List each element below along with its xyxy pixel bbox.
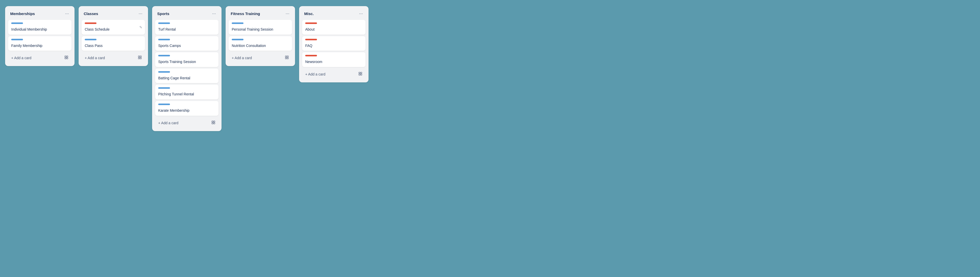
svg-rect-8 [212, 121, 213, 122]
svg-rect-14 [285, 58, 286, 59]
card-title-class-pass: Class Pass [85, 43, 142, 49]
card-title-newsroom: Newsroom [305, 59, 363, 65]
card-title-turf-rental: Turf Rental [158, 27, 215, 32]
column-misc: Misc.···AboutFAQNewsroom+ Add a card [299, 6, 369, 82]
cards-list-fitness-training: Personal Training SessionNutrition Consu… [229, 20, 292, 51]
svg-rect-17 [361, 72, 362, 73]
svg-rect-19 [361, 74, 362, 75]
card-title-batting-cage-rental: Batting Cage Rental [158, 76, 215, 81]
card-label-sports-training-session [158, 55, 170, 56]
svg-rect-11 [213, 123, 215, 124]
card-title-family-membership: Family Membership [11, 43, 68, 49]
card-label-karate-membership [158, 104, 170, 105]
add-card-button-misc[interactable]: + Add a card [303, 71, 328, 78]
card-about[interactable]: About [302, 20, 366, 35]
column-sports: Sports···Turf RentalSports CampsSports T… [152, 6, 221, 131]
add-card-button-classes[interactable]: + Add a card [83, 54, 107, 62]
card-title-personal-training-session: Personal Training Session [232, 27, 289, 32]
svg-rect-6 [138, 58, 140, 59]
card-title-sports-camps: Sports Camps [158, 43, 215, 49]
column-title-sports: Sports [157, 11, 210, 16]
column-header-misc: Misc.··· [302, 9, 366, 18]
add-card-button-fitness-training[interactable]: + Add a card [230, 54, 254, 62]
column-title-fitness-training: Fitness Training [231, 11, 284, 16]
cards-list-classes: Class Schedule✎Class Pass [82, 20, 145, 51]
column-header-sports: Sports··· [155, 9, 218, 18]
column-title-memberships: Memberships [10, 11, 64, 16]
card-title-karate-membership: Karate Membership [158, 108, 215, 113]
svg-rect-9 [213, 121, 215, 122]
column-footer-classes: + Add a card [82, 53, 145, 63]
column-header-memberships: Memberships··· [8, 9, 72, 18]
column-footer-sports: + Add a card [155, 118, 218, 128]
card-class-pass[interactable]: Class Pass [82, 36, 145, 51]
svg-rect-2 [65, 58, 66, 59]
svg-rect-12 [285, 56, 286, 57]
card-label-nutrition-consultation [232, 39, 243, 40]
kanban-board: Memberships···Individual MembershipFamil… [5, 6, 369, 131]
svg-rect-1 [67, 56, 68, 57]
card-newsroom[interactable]: Newsroom [302, 52, 366, 67]
svg-rect-15 [287, 58, 288, 59]
card-label-class-schedule [85, 22, 97, 24]
column-footer-fitness-training: + Add a card [229, 53, 292, 63]
cards-list-memberships: Individual MembershipFamily Membership [8, 20, 72, 51]
card-label-batting-cage-rental [158, 71, 170, 73]
column-memberships: Memberships···Individual MembershipFamil… [5, 6, 75, 66]
column-footer-misc: + Add a card [302, 69, 366, 79]
column-menu-icon-misc[interactable]: ··· [358, 10, 364, 17]
card-nutrition-consultation[interactable]: Nutrition Consultation [229, 36, 292, 51]
svg-rect-3 [67, 58, 68, 59]
card-batting-cage-rental[interactable]: Batting Cage Rental [155, 69, 218, 84]
svg-rect-18 [359, 74, 360, 75]
template-icon-classes[interactable] [136, 54, 144, 62]
card-label-about [305, 22, 317, 24]
card-individual-membership[interactable]: Individual Membership [8, 20, 72, 35]
card-label-sports-camps [158, 39, 170, 40]
card-title-pitching-tunnel-rental: Pitching Tunnel Rental [158, 92, 215, 97]
card-title-faq: FAQ [305, 43, 363, 49]
cards-list-misc: AboutFAQNewsroom [302, 20, 366, 67]
template-icon-fitness-training[interactable] [283, 54, 291, 62]
card-sports-camps[interactable]: Sports Camps [155, 36, 218, 51]
cards-list-sports: Turf RentalSports CampsSports Training S… [155, 20, 218, 116]
card-title-nutrition-consultation: Nutrition Consultation [232, 43, 289, 49]
svg-rect-16 [359, 72, 360, 73]
column-header-classes: Classes··· [82, 9, 145, 18]
template-icon-sports[interactable] [209, 119, 218, 127]
column-menu-icon-memberships[interactable]: ··· [64, 10, 70, 17]
column-menu-icon-fitness-training[interactable]: ··· [284, 10, 291, 17]
svg-rect-13 [287, 56, 288, 57]
card-karate-membership[interactable]: Karate Membership [155, 101, 218, 116]
card-personal-training-session[interactable]: Personal Training Session [229, 20, 292, 35]
card-label-individual-membership [11, 22, 23, 24]
card-title-individual-membership: Individual Membership [11, 27, 68, 32]
card-label-turf-rental [158, 22, 170, 24]
card-turf-rental[interactable]: Turf Rental [155, 20, 218, 35]
column-menu-icon-classes[interactable]: ··· [137, 10, 144, 17]
card-sports-training-session[interactable]: Sports Training Session [155, 52, 218, 67]
template-icon-memberships[interactable] [62, 54, 70, 62]
card-family-membership[interactable]: Family Membership [8, 36, 72, 51]
column-classes: Classes···Class Schedule✎Class Pass+ Add… [79, 6, 148, 66]
column-footer-memberships: + Add a card [8, 53, 72, 63]
card-label-family-membership [11, 39, 23, 40]
column-header-fitness-training: Fitness Training··· [229, 9, 292, 18]
column-title-misc: Misc. [304, 11, 358, 16]
column-fitness-training: Fitness Training···Personal Training Ses… [226, 6, 295, 66]
card-label-pitching-tunnel-rental [158, 87, 170, 89]
add-card-button-sports[interactable]: + Add a card [156, 119, 180, 127]
column-title-classes: Classes [84, 11, 137, 16]
card-pitching-tunnel-rental[interactable]: Pitching Tunnel Rental [155, 85, 218, 100]
edit-pencil-icon-class-schedule[interactable]: ✎ [139, 25, 142, 29]
card-faq[interactable]: FAQ [302, 36, 366, 51]
card-label-personal-training-session [232, 22, 243, 24]
column-menu-icon-sports[interactable]: ··· [210, 10, 218, 17]
card-class-schedule[interactable]: Class Schedule✎ [82, 20, 145, 35]
card-label-newsroom [305, 55, 317, 56]
card-title-about: About [305, 27, 363, 32]
template-icon-misc[interactable] [356, 70, 364, 78]
add-card-button-memberships[interactable]: + Add a card [9, 54, 33, 62]
card-label-faq [305, 39, 317, 40]
svg-rect-10 [212, 123, 213, 124]
